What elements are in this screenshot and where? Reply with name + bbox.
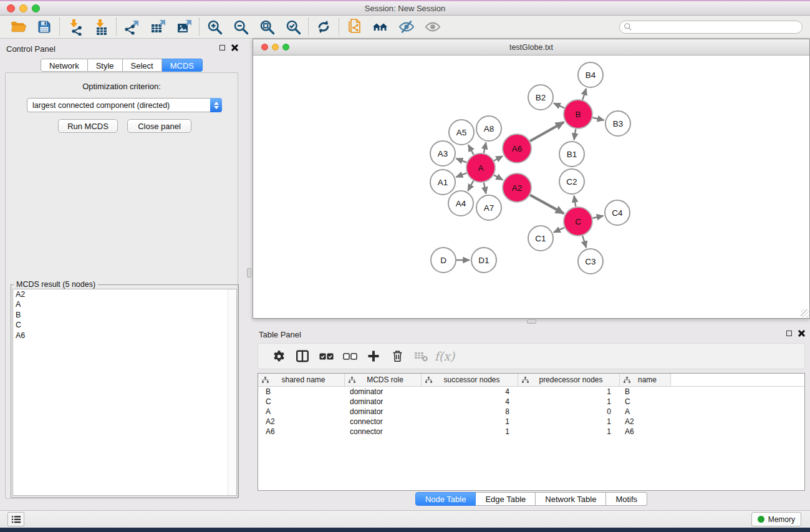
mcds-result-item[interactable]: A2 bbox=[13, 289, 236, 299]
node-A5[interactable]: A5 bbox=[449, 120, 474, 145]
mcds-result-item[interactable]: B bbox=[13, 310, 236, 320]
node-A8[interactable]: A8 bbox=[476, 116, 501, 141]
horizontal-splitter-handle[interactable] bbox=[527, 319, 536, 324]
function-builder-button[interactable]: f(x) bbox=[433, 345, 456, 367]
node-B4[interactable]: B4 bbox=[578, 62, 603, 87]
edge-A-A5[interactable] bbox=[468, 145, 474, 155]
table-settings-button[interactable] bbox=[267, 345, 291, 367]
column-header-shared-name[interactable]: shared name bbox=[258, 374, 345, 386]
export-table-button[interactable] bbox=[145, 16, 171, 37]
mcds-result-list[interactable]: A2ABCA6 bbox=[12, 289, 237, 496]
node-A6[interactable]: A6 bbox=[503, 134, 531, 163]
mcds-result-item[interactable]: C bbox=[13, 320, 236, 330]
node-A7[interactable]: A7 bbox=[476, 195, 501, 220]
edge-B-B2[interactable] bbox=[554, 103, 564, 108]
node-C4[interactable]: C4 bbox=[605, 200, 630, 225]
column-header-mcds-role[interactable]: MCDS role bbox=[345, 374, 422, 386]
column-header-successor-nodes[interactable]: successor nodes bbox=[422, 374, 518, 386]
zoom-in-button[interactable] bbox=[201, 16, 228, 37]
refresh-button[interactable] bbox=[311, 16, 337, 37]
node-C1[interactable]: C1 bbox=[528, 226, 553, 251]
table-row[interactable]: A2connector11A2 bbox=[258, 417, 804, 427]
node-A4[interactable]: A4 bbox=[448, 191, 473, 216]
table-row[interactable]: Adominator80A bbox=[258, 407, 804, 417]
edge-A-A1[interactable] bbox=[456, 173, 467, 177]
edge-C-C4[interactable] bbox=[592, 216, 603, 218]
edge-A-A6[interactable] bbox=[494, 156, 503, 160]
zoom-out-button[interactable] bbox=[228, 16, 254, 37]
node-D1[interactable]: D1 bbox=[471, 248, 496, 273]
node-C[interactable]: C bbox=[564, 207, 592, 236]
save-session-button[interactable] bbox=[31, 16, 57, 37]
tab-style[interactable]: Style bbox=[88, 59, 123, 72]
table-row[interactable]: A6connector11A6 bbox=[258, 427, 804, 437]
hide-selected-button[interactable] bbox=[393, 16, 420, 37]
delete-column-button[interactable] bbox=[385, 345, 409, 367]
edge-B-B3[interactable] bbox=[592, 117, 604, 120]
export-network-button[interactable] bbox=[118, 16, 145, 37]
column-header-name[interactable]: name bbox=[620, 374, 671, 386]
export-image-button[interactable] bbox=[171, 16, 197, 37]
node-A3[interactable]: A3 bbox=[430, 141, 455, 166]
table-row[interactable]: Cdominator41C bbox=[258, 397, 804, 407]
edge-B-B4[interactable] bbox=[582, 89, 586, 100]
select-columns-button[interactable] bbox=[291, 345, 314, 367]
node-B3[interactable]: B3 bbox=[605, 111, 630, 136]
edge-A-A7[interactable] bbox=[484, 183, 486, 194]
hide-all-columns-button[interactable] bbox=[338, 345, 362, 367]
network-canvas[interactable]: A5A8A6A3AA1A2A4A7B2B4BB3B1C2C4CC1C3DD1 bbox=[253, 56, 809, 318]
tab-edge-table[interactable]: Edge Table bbox=[476, 492, 536, 506]
zoom-selected-button[interactable] bbox=[280, 16, 306, 37]
mcds-result-item[interactable]: A bbox=[13, 299, 236, 309]
tab-motifs[interactable]: Motifs bbox=[606, 492, 647, 506]
import-network-button[interactable] bbox=[62, 16, 88, 37]
task-history-button[interactable] bbox=[7, 512, 24, 526]
close-panel-button[interactable]: Close panel bbox=[127, 119, 191, 133]
create-column-button[interactable] bbox=[362, 345, 385, 367]
node-B2[interactable]: B2 bbox=[528, 85, 553, 110]
close-panel-icon[interactable] bbox=[798, 330, 805, 337]
import-table-button[interactable] bbox=[88, 16, 114, 37]
new-network-from-selection-button[interactable] bbox=[341, 16, 367, 37]
edge-A2-C[interactable] bbox=[530, 195, 564, 214]
memory-button[interactable]: Memory bbox=[751, 512, 801, 526]
node-C3[interactable]: C3 bbox=[578, 249, 603, 274]
tab-network-table[interactable]: Network Table bbox=[536, 492, 606, 506]
window-resize-grip[interactable] bbox=[801, 309, 809, 317]
mcds-result-item[interactable]: A6 bbox=[13, 331, 236, 341]
tab-select[interactable]: Select bbox=[123, 59, 162, 72]
tab-node-table[interactable]: Node Table bbox=[415, 492, 476, 506]
node-B[interactable]: B bbox=[564, 100, 592, 128]
delete-table-button[interactable] bbox=[409, 345, 433, 367]
node-D[interactable]: D bbox=[431, 248, 456, 273]
network-graph[interactable]: A5A8A6A3AA1A2A4A7B2B4BB3B1C2C4CC1C3DD1 bbox=[253, 56, 809, 318]
edge-A-A2[interactable] bbox=[494, 175, 503, 180]
float-panel-icon[interactable] bbox=[786, 331, 792, 336]
show-all-columns-button[interactable] bbox=[314, 345, 338, 367]
network-window-titlebar[interactable]: testGlobe.txt bbox=[253, 39, 809, 56]
zoom-fit-button[interactable] bbox=[254, 16, 280, 37]
column-header-predecessor-nodes[interactable]: predecessor nodes bbox=[518, 374, 620, 386]
node-A[interactable]: A bbox=[466, 153, 495, 182]
criterion-select[interactable]: largest connected component (directed) bbox=[27, 98, 222, 112]
search-box[interactable] bbox=[619, 21, 803, 34]
tab-network[interactable]: Network bbox=[41, 59, 88, 72]
edge-C-C3[interactable] bbox=[582, 236, 586, 248]
open-session-button[interactable] bbox=[5, 16, 31, 37]
table-row[interactable]: Bdominator41B bbox=[258, 387, 804, 397]
edge-C-C1[interactable] bbox=[554, 228, 564, 233]
show-all-button[interactable] bbox=[420, 16, 446, 37]
node-C2[interactable]: C2 bbox=[559, 169, 584, 194]
float-panel-icon[interactable] bbox=[219, 45, 225, 51]
edge-A-A4[interactable] bbox=[468, 181, 473, 191]
search-input[interactable] bbox=[632, 22, 802, 31]
node-A2[interactable]: A2 bbox=[503, 173, 531, 202]
edge-B-B1[interactable] bbox=[574, 129, 576, 140]
first-neighbors-button[interactable] bbox=[367, 16, 393, 37]
close-panel-icon[interactable] bbox=[231, 44, 238, 51]
node-A1[interactable]: A1 bbox=[430, 170, 455, 195]
vertical-splitter-handle[interactable] bbox=[247, 268, 251, 278]
edge-A-A8[interactable] bbox=[484, 143, 486, 153]
scrollbar-track[interactable] bbox=[228, 289, 236, 495]
edge-A6-B[interactable] bbox=[530, 122, 564, 142]
